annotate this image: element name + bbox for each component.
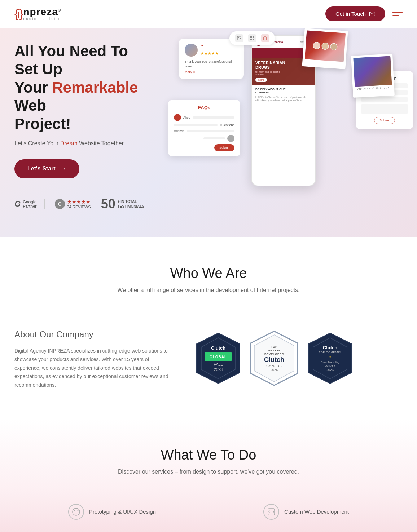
- review-stars: ★★★★★: [201, 51, 219, 56]
- polaroid-label: ANTIMICROBIAL DRUGS: [355, 86, 392, 90]
- team-avatar-3: [330, 43, 338, 50]
- hero-content: All You Need To Set Up Your Remarkable W…: [14, 42, 152, 212]
- clutch-direct-year: 2023: [326, 368, 334, 372]
- about-description: Digital Agency INPREZA specializes in cu…: [14, 347, 173, 390]
- arrow-icon: →: [60, 165, 66, 173]
- clutch-global-label: GLOBAL: [210, 355, 227, 359]
- clutch-global-brand: Clutch: [211, 345, 225, 351]
- polaroid-team-image: [305, 30, 346, 62]
- web-dev-label: Custom Web Development: [284, 509, 349, 515]
- svg-rect-7: [264, 37, 267, 40]
- what-we-do-section: What We To Do Discover our services – fr…: [0, 418, 417, 489]
- image-icon: [237, 36, 241, 40]
- header: {i} npreza® custom solution Get in Touch: [0, 0, 417, 28]
- clutch-direct-content: Clutch TOP COMPANY ✦ Direct MarketingCom…: [307, 331, 354, 385]
- hero-mockups: " ★★★★★ Thank you! You're a professional…: [157, 28, 417, 230]
- questions-bar: [174, 124, 218, 126]
- team-avatars: [313, 42, 338, 51]
- clutch-direct-category: Direct MarketingCompany: [321, 360, 339, 367]
- logo-registered: ®: [58, 8, 61, 12]
- toolbar-icon-2: [248, 34, 256, 42]
- clutch-c-icon: C: [55, 199, 65, 209]
- review-quote: ": [201, 43, 203, 51]
- donna-bar: [203, 137, 225, 139]
- clutch-canada-badge: TOP NEXTJS DEVELOPER Clutch CANADA 2024: [249, 329, 299, 387]
- toolbar-icon-1: [235, 34, 243, 42]
- what-we-do-subtitle: Discover our services – from design to s…: [100, 469, 317, 475]
- svg-point-19: [77, 510, 78, 511]
- logo-tagline: custom solution: [23, 17, 64, 21]
- answer-label: Answer: [174, 129, 185, 133]
- faq-title: FAQs: [174, 105, 234, 110]
- clutch-rating: ★★★★★ 34 REVIEWS: [67, 199, 91, 209]
- reviewer-avatar: [185, 44, 198, 57]
- testimonials-label: + IN TOTALTESTIMONIALS: [118, 199, 144, 209]
- get-in-touch-button[interactable]: Get in Touch: [325, 6, 385, 21]
- hero-highlight: Remarkable: [52, 79, 138, 96]
- clutch-canada-developer: DEVELOPER: [264, 353, 284, 356]
- prototyping-icon: [68, 504, 84, 520]
- polaroid-product: ANTIMICROBIAL DRUGS: [351, 54, 395, 98]
- alice-bar: [193, 116, 234, 119]
- header-actions: Get in Touch: [325, 6, 403, 21]
- review-card-header: " ★★★★★: [185, 44, 238, 57]
- clutch-canada-nextjs: NEXTJS: [268, 349, 280, 352]
- clutch-direct-top: TOP COMPANY: [319, 351, 341, 354]
- menu-line-1: [392, 12, 403, 13]
- star-rating: ★★★★★: [67, 199, 91, 205]
- review-text: Thank you! You're a professional team.: [185, 59, 238, 68]
- phone-body: BRIEFLY ABOUT OURCOMPANY LLC "Fortis-Pha…: [252, 85, 315, 105]
- team-avatar-2: [321, 42, 329, 50]
- review-stars-wrapper: " ★★★★★: [201, 45, 219, 56]
- faq-submit-button[interactable]: Submit: [214, 144, 234, 151]
- grid-icon: [250, 36, 254, 40]
- clutch-global-year: 2023: [214, 367, 223, 372]
- polaroid-team: [302, 28, 348, 69]
- who-we-are-title: Who We Are: [14, 266, 403, 281]
- alice-label: Alice: [183, 116, 190, 119]
- logo-bracket: {i}: [14, 7, 22, 21]
- faq-questions-row: Questions: [174, 123, 234, 127]
- clutch-reviews-badge: C ★★★★★ 34 REVIEWS: [55, 199, 91, 209]
- google-partner-badge: G GooglePartner: [14, 199, 45, 209]
- clutch-global-ribbon: GLOBAL: [205, 352, 232, 361]
- stats-bar: G GooglePartner C ★★★★★ 34 REVIEWS 50 + …: [14, 196, 152, 212]
- envelope-icon: [369, 12, 375, 16]
- clutch-global-badge: Clutch GLOBAL FALL 2023: [195, 331, 242, 385]
- contact-submit-button[interactable]: Submit: [374, 117, 395, 124]
- menu-line-2: [392, 15, 399, 16]
- svg-rect-3: [250, 36, 252, 38]
- hero-dream: Dream: [60, 140, 78, 146]
- about-company-text: LLC "Fortis-Pharma" is the team of profe…: [255, 96, 312, 102]
- about-text: About Our Company Digital Agency INPREZA…: [14, 329, 173, 390]
- service-prototyping: Prototyping & UI/UX Design: [68, 504, 156, 520]
- donna-avatar: [227, 135, 234, 142]
- svg-point-16: [73, 508, 80, 515]
- clutch-global-content: Clutch GLOBAL FALL 2023: [195, 331, 242, 385]
- reviewer-name: Mary C.: [185, 70, 238, 74]
- contact-field-3: [361, 97, 408, 102]
- answer-bar: [187, 130, 234, 132]
- svg-point-18: [75, 512, 76, 513]
- reviews-count: 34 REVIEWS: [67, 205, 91, 209]
- prototyping-svg: [72, 507, 80, 516]
- more-button[interactable]: More: [255, 78, 267, 82]
- lets-start-button[interactable]: Let's Start →: [14, 159, 79, 178]
- web-dev-svg: [267, 507, 276, 516]
- google-partner-text: GooglePartner: [23, 200, 37, 208]
- clutch-canada-brand: Clutch: [264, 356, 284, 364]
- hero-subtitle: Let's Create Your Dream Website Together: [14, 140, 152, 147]
- faq-answer-row: Answer: [174, 129, 234, 133]
- svg-rect-6: [253, 39, 254, 40]
- menu-button[interactable]: [392, 12, 403, 16]
- web-dev-icon: [263, 504, 279, 520]
- hero-title: All You Need To Set Up Your Remarkable W…: [14, 42, 152, 133]
- clutch-direct-brand: Clutch: [323, 345, 337, 350]
- who-we-are-subtitle: We offer a full range of services in the…: [100, 287, 317, 293]
- who-we-are-section: Who We Are We offer a full range of serv…: [0, 237, 417, 315]
- clutch-canada-year: 2024: [271, 368, 278, 372]
- logo-name: npreza®: [23, 7, 64, 17]
- about-company-title: BRIEFLY ABOUT OURCOMPANY: [255, 88, 312, 94]
- toolbar-icon-3: [261, 34, 269, 42]
- clutch-canada-top: TOP: [271, 345, 277, 349]
